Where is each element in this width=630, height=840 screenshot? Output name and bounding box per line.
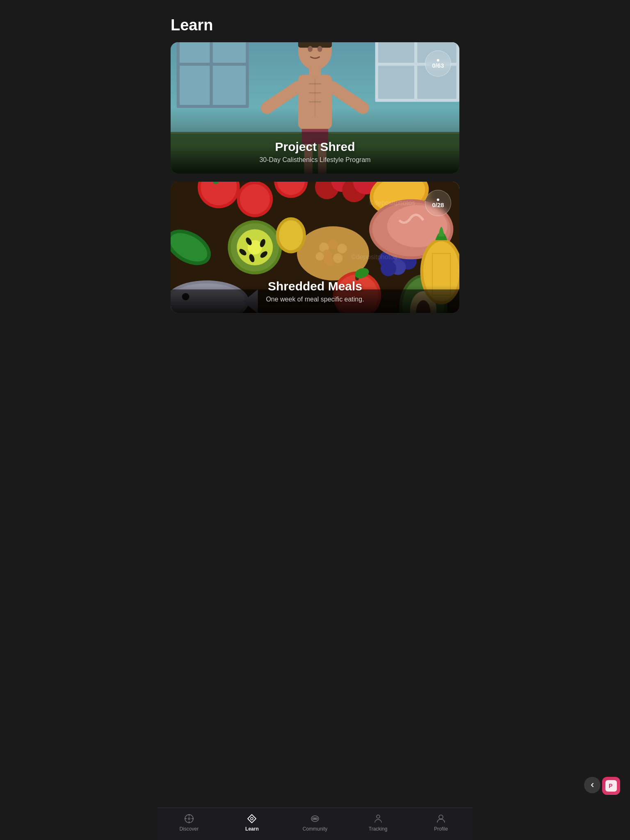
nav-discover[interactable]: Discover [158,813,221,832]
nav-learn-label: Learn [245,826,259,832]
svg-point-58 [337,244,347,253]
svg-point-85 [279,220,303,250]
nav-community[interactable]: Community [283,813,347,832]
nav-learn[interactable]: Learn [221,813,284,832]
profile-icon [435,813,447,824]
progress-badge-2: 0/28 [425,190,451,216]
svg-point-28 [317,46,322,52]
svg-point-104 [314,818,316,819]
nav-profile-label: Profile [434,826,448,832]
svg-rect-7 [378,42,414,63]
card-subtitle-1: 30-Day Calisthenics Lifestyle Program [180,156,450,164]
progress-text-2: 0/28 [432,202,444,208]
diamond-icon [246,813,258,824]
bottom-navigation: Discover Learn Community [158,808,472,840]
nav-discover-label: Discover [179,826,199,832]
nav-tracking-label: Tracking [369,826,388,832]
card-overlay-1: Project Shred 30-Day Calisthenics Lifest… [171,128,459,173]
nav-profile[interactable]: Profile [409,813,472,832]
progress-dot [437,59,439,62]
nav-community-label: Community [303,826,328,832]
page-container: Learn [158,0,472,362]
shredded-meals-card[interactable]: ©depositphotos ©depositphotos 0/28 Shred… [171,182,459,313]
card-subtitle-2: One week of meal specific eating. [180,296,450,303]
svg-rect-4 [180,66,210,105]
svg-rect-2 [180,42,210,63]
page-title: Learn [171,16,459,34]
compass-icon [183,813,195,824]
svg-point-105 [377,815,380,818]
svg-text:©depositphotos: ©depositphotos [369,199,415,206]
card-title-2: Shredded Meals [180,279,450,293]
svg-point-62 [315,252,324,261]
project-shred-card[interactable]: 0/63 Project Shred 30-Day Calisthenics L… [171,42,459,173]
svg-text:©depositphotos: ©depositphotos [351,253,397,260]
progress-badge-1: 0/63 [425,50,451,77]
card-title-1: Project Shred [180,140,450,154]
chat-icon [309,813,321,824]
svg-rect-9 [378,66,414,99]
page-header: Learn [158,0,472,42]
cards-container: 0/63 Project Shred 30-Day Calisthenics L… [158,42,472,321]
svg-point-95 [188,818,190,819]
svg-point-57 [328,240,338,249]
svg-rect-3 [213,42,246,63]
svg-rect-26 [298,42,332,48]
svg-point-60 [333,253,342,263]
svg-point-61 [324,256,333,266]
person-tracking-icon [372,813,384,824]
svg-rect-5 [213,66,246,105]
progress-dot-2 [437,199,439,201]
svg-point-100 [251,817,253,820]
card-overlay-2: Shredded Meals One week of meal specific… [171,267,459,313]
svg-point-27 [308,46,313,52]
svg-point-35 [240,184,270,214]
svg-point-106 [439,815,443,819]
nav-tracking[interactable]: Tracking [347,813,410,832]
progress-text-1: 0/63 [432,62,444,68]
